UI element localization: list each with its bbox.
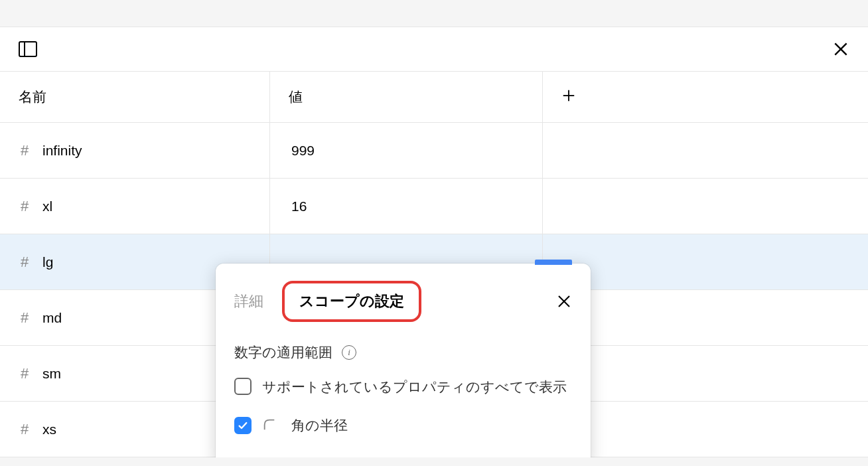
popover-tabs: 詳細 スコープの設定 xyxy=(234,281,421,322)
variable-name: sm xyxy=(42,366,61,382)
panel-header xyxy=(0,27,868,72)
info-icon[interactable]: i xyxy=(342,345,356,360)
number-type-icon: # xyxy=(19,198,31,215)
number-type-icon: # xyxy=(19,254,31,271)
variable-name: infinity xyxy=(42,143,82,159)
option-show-all-label: サポートされているプロパティのすべてで表示 xyxy=(262,376,567,398)
number-type-icon: # xyxy=(19,142,31,159)
variable-name: xs xyxy=(42,422,56,437)
variable-name: lg xyxy=(42,254,53,270)
checkbox-unchecked[interactable] xyxy=(234,378,252,395)
add-column-button[interactable] xyxy=(543,72,868,122)
variable-settings-popover: 詳細 スコープの設定 数字の適用範囲 i サポートされているプ xyxy=(216,264,591,457)
number-type-icon: # xyxy=(19,421,31,438)
section-label-row: 数字の適用範囲 i xyxy=(234,343,572,362)
number-scope-label: 数字の適用範囲 xyxy=(234,343,332,362)
popover-body: 数字の適用範囲 i サポートされているプロパティのすべてで表示 xyxy=(216,337,591,457)
table-header: 名前 値 xyxy=(0,72,868,123)
variable-name: xl xyxy=(42,198,52,214)
corner-radius-icon xyxy=(262,418,277,432)
variable-name: md xyxy=(42,310,62,326)
sidebar-toggle-icon[interactable] xyxy=(19,41,37,57)
close-icon[interactable] xyxy=(832,40,849,58)
option-corner-radius-label: 角の半径 xyxy=(291,415,348,436)
popover-close-icon[interactable] xyxy=(556,293,572,309)
column-header-value[interactable]: 値 xyxy=(270,72,543,122)
popover-header: 詳細 スコープの設定 xyxy=(216,264,591,337)
checkbox-checked[interactable] xyxy=(234,417,252,434)
option-show-all[interactable]: サポートされているプロパティのすべてで表示 xyxy=(234,376,572,398)
number-type-icon: # xyxy=(19,365,31,382)
plus-icon xyxy=(561,88,576,106)
option-corner-radius[interactable]: 角の半径 xyxy=(234,415,572,436)
number-type-icon: # xyxy=(19,309,31,327)
tab-details[interactable]: 詳細 xyxy=(234,291,263,311)
table-body: # infinity 999 # xl 16 # lg # xyxy=(0,123,868,457)
variable-value[interactable]: 16 xyxy=(270,179,543,234)
variable-value[interactable]: 999 xyxy=(270,123,543,178)
variables-panel: 名前 値 # infinity 999 # xl 16 xyxy=(0,27,868,457)
table-row[interactable]: # infinity 999 xyxy=(0,123,868,179)
popover-anchor-indicator xyxy=(535,260,572,265)
table-row[interactable]: # xl 16 xyxy=(0,179,868,234)
column-header-name[interactable]: 名前 xyxy=(0,72,270,122)
tab-scope-settings[interactable]: スコープの設定 xyxy=(282,281,421,322)
